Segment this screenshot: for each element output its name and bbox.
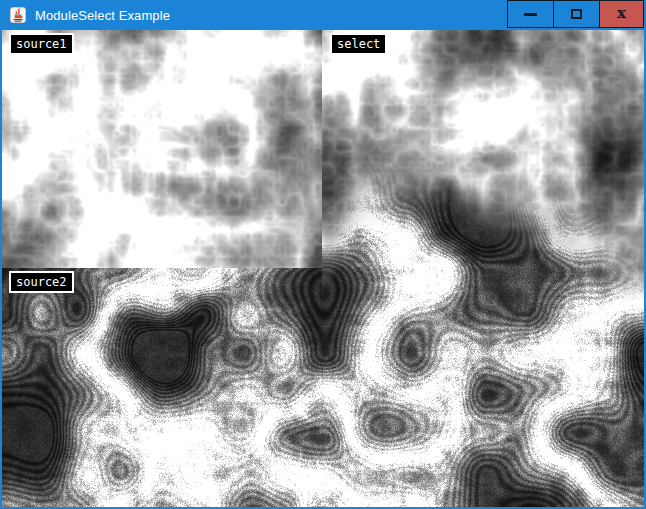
minimize-icon (524, 13, 537, 16)
minimize-button[interactable] (507, 0, 554, 28)
app-window: ModuleSelect Example x source1 select so… (0, 0, 646, 509)
window-title: ModuleSelect Example (35, 8, 170, 23)
close-button[interactable]: x (599, 0, 644, 28)
maximize-button[interactable] (553, 0, 600, 28)
source1-image (2, 30, 322, 268)
window-controls: x (508, 0, 644, 28)
select-label: select (330, 33, 387, 55)
close-icon: x (617, 6, 626, 21)
titlebar[interactable]: ModuleSelect Example x (2, 0, 644, 30)
source1-label: source1 (9, 33, 74, 55)
source2-label: source2 (9, 271, 74, 293)
java-coffee-cup-icon (10, 7, 26, 23)
source2-image (2, 268, 322, 507)
maximize-icon (571, 9, 582, 19)
render-area: source1 select source2 (2, 30, 644, 507)
